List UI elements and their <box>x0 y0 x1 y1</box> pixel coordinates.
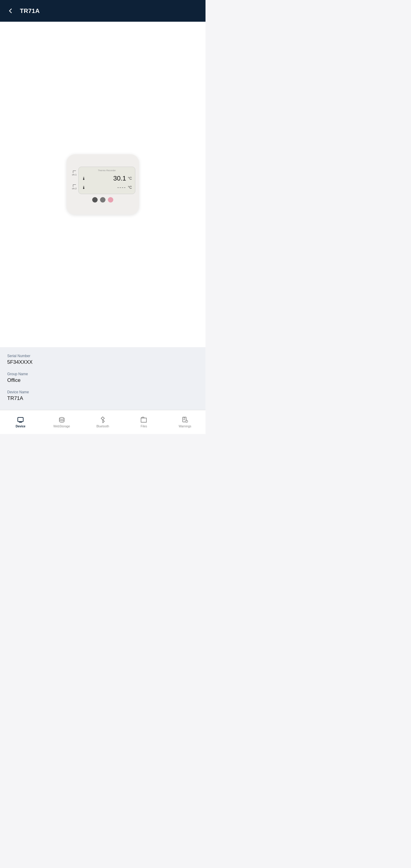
serial-number-value: 5F34XXXX <box>7 359 198 365</box>
channel1-temp-row: 🌡 30.1 °C <box>82 175 132 182</box>
temp2-unit: °C <box>128 185 132 190</box>
channel2-temp-row: 🌡 ---- °C <box>82 185 132 190</box>
device-button-3[interactable] <box>108 197 113 203</box>
main-content: ch.1 ch.2 Thermo Recorder 🌡 30.1 °C <box>0 22 205 410</box>
files-icon <box>140 416 147 424</box>
warnings-icon <box>181 416 189 424</box>
nav-webstorage-label: WebStorage <box>53 425 70 428</box>
nav-warnings[interactable]: Warnings <box>164 414 205 430</box>
header: TR71A <box>0 0 205 22</box>
nav-files-label: Files <box>141 425 147 428</box>
nav-files[interactable]: Files <box>123 414 164 430</box>
temp1-unit: °C <box>128 176 132 181</box>
bluetooth-icon <box>99 416 106 424</box>
svg-rect-0 <box>18 417 23 422</box>
nav-bluetooth-label: Bluetooth <box>96 425 109 428</box>
nav-webstorage[interactable]: WebStorage <box>41 414 82 430</box>
device-image-area: ch.1 ch.2 Thermo Recorder 🌡 30.1 °C <box>0 22 205 347</box>
bottom-nav: Device WebStorage Bluetooth Files <box>0 410 205 434</box>
device-name-value: TR71A <box>7 396 198 401</box>
nav-warnings-label: Warnings <box>179 425 191 428</box>
lcd-screen: Thermo Recorder 🌡 30.1 °C 🌡 ---- °C <box>78 167 135 194</box>
serial-number-field: Serial Number 5F34XXXX <box>7 354 198 365</box>
page-title: TR71A <box>20 7 40 14</box>
svg-point-1 <box>59 417 64 419</box>
webstorage-icon <box>58 416 65 424</box>
thermo-recorder-device: ch.1 ch.2 Thermo Recorder 🌡 30.1 °C <box>67 154 139 215</box>
group-name-field: Group Name Office <box>7 372 198 383</box>
thermometer-1-icon: 🌡 <box>82 176 86 181</box>
device-icon <box>17 416 24 424</box>
device-button-1[interactable] <box>92 197 98 203</box>
device-name-label: Device Name <box>7 390 198 394</box>
nav-bluetooth[interactable]: Bluetooth <box>82 414 123 430</box>
device-name-field: Device Name TR71A <box>7 390 198 401</box>
group-name-label: Group Name <box>7 372 198 376</box>
back-button[interactable] <box>7 7 14 14</box>
serial-number-label: Serial Number <box>7 354 198 358</box>
svg-point-5 <box>186 422 187 422</box>
channel-1-label: ch.1 <box>72 170 76 176</box>
temp2-value: ---- <box>88 185 126 190</box>
nav-device-label: Device <box>16 425 25 428</box>
channel-2-label: ch.2 <box>72 184 76 190</box>
device-button-2[interactable] <box>100 197 105 203</box>
svg-rect-3 <box>184 417 185 418</box>
temp1-value: 30.1 <box>88 175 126 182</box>
channel-labels: ch.1 ch.2 <box>70 170 76 190</box>
thermometer-2-icon: 🌡 <box>82 185 86 190</box>
screen-title: Thermo Recorder <box>82 169 132 172</box>
info-section: Serial Number 5F34XXXX Group Name Office… <box>0 347 205 410</box>
nav-device[interactable]: Device <box>0 414 41 430</box>
group-name-value: Office <box>7 377 198 383</box>
device-buttons <box>92 197 113 203</box>
